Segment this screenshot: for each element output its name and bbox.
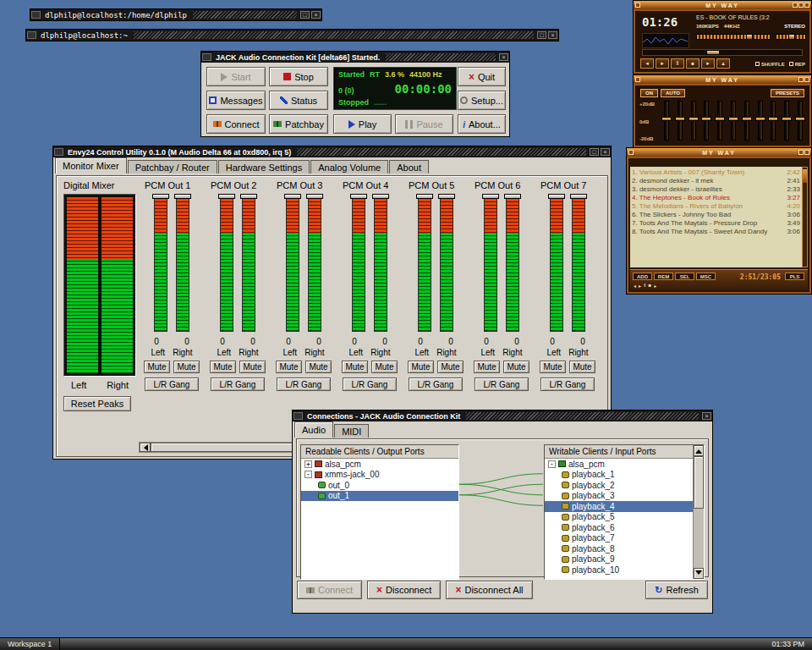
eq-band-slider[interactable] xyxy=(731,101,736,140)
level-fader-right[interactable] xyxy=(440,198,453,332)
playlist-scrollbar[interactable] xyxy=(802,167,808,267)
lr-gang-button[interactable]: L/R Gang xyxy=(409,377,463,391)
eq-band-slider[interactable] xyxy=(784,101,789,140)
fader-handle[interactable] xyxy=(438,194,455,199)
shade-button[interactable] xyxy=(798,3,804,8)
scroll-left-button[interactable] xyxy=(140,443,151,452)
mini-previous-button[interactable] xyxy=(634,283,636,289)
seek-handle[interactable] xyxy=(706,50,720,55)
stop-button[interactable] xyxy=(686,58,700,69)
lr-gang-button[interactable]: L/R Gang xyxy=(343,377,397,391)
minimize-button[interactable] xyxy=(793,3,798,8)
playlist-track[interactable]: 4. The Heptones - Book of Rules3:27 xyxy=(632,193,800,201)
connect-button[interactable]: Connect xyxy=(297,581,362,599)
eq-menu-button[interactable] xyxy=(635,77,640,82)
playlist-track[interactable]: 3. desmond dekker - israelites2:33 xyxy=(632,185,800,193)
eq-band-slider[interactable] xyxy=(664,101,669,140)
fader-handle[interactable] xyxy=(548,194,565,199)
lr-gang-button[interactable]: L/R Gang xyxy=(540,377,595,391)
eject-button[interactable] xyxy=(716,58,730,69)
close-button[interactable] xyxy=(499,53,508,61)
eq-on-button[interactable]: ON xyxy=(640,89,658,97)
mini-stop-button[interactable] xyxy=(649,283,652,289)
playlist-track[interactable]: 5. The Melodians - Rivers of Babylon4:20 xyxy=(632,201,800,210)
eq-band-handle[interactable] xyxy=(795,117,805,121)
tree-item-out_1[interactable]: out_1 xyxy=(301,491,458,502)
patchbay-button[interactable]: Patchbay xyxy=(269,114,328,134)
eq-band-slider[interactable] xyxy=(704,101,709,140)
window-menu-icon[interactable] xyxy=(27,31,36,39)
level-fader-left[interactable] xyxy=(418,198,431,332)
refresh-button[interactable]: Refresh xyxy=(645,581,708,599)
fader-handle[interactable] xyxy=(504,194,521,199)
terminal-1-titlebar[interactable]: dlphilp@localhost:/home/dlphilp xyxy=(30,9,321,20)
fader-handle[interactable] xyxy=(416,194,433,199)
mute-left-button[interactable]: Mute xyxy=(144,361,170,373)
mute-right-button[interactable]: Mute xyxy=(569,361,595,373)
start-button[interactable]: Start xyxy=(206,67,266,86)
window-menu-icon[interactable] xyxy=(202,53,211,61)
workspace-label[interactable]: Workspace 1 xyxy=(0,638,60,650)
playlist-scroll-thumb[interactable] xyxy=(803,169,807,183)
balance-slider[interactable] xyxy=(776,34,806,40)
eq-band-handle[interactable] xyxy=(715,117,725,121)
mini-next-button[interactable] xyxy=(654,283,656,289)
tab-patchbay-router[interactable]: Patchbay / Router xyxy=(128,160,217,174)
playlist-track[interactable]: 7. Toots And The Maytals - Pressure Drop… xyxy=(632,218,800,227)
expand-icon[interactable]: + xyxy=(304,460,312,468)
playlist-add-button[interactable]: ADD xyxy=(633,273,652,280)
level-fader-right[interactable] xyxy=(308,198,321,332)
fader-handle[interactable] xyxy=(174,194,191,199)
tree-item-playback_5[interactable]: playback_5 xyxy=(545,512,693,523)
playlist-track[interactable]: 6. The Slickers - Johnny Too Bad3:06 xyxy=(632,210,800,218)
tree-item-alsa_pcm[interactable]: -alsa_pcm xyxy=(545,459,693,470)
lr-gang-button[interactable]: L/R Gang xyxy=(145,377,199,391)
play-button[interactable]: Play xyxy=(333,114,392,134)
tree-item-xmms-jack_00[interactable]: -xmms-jack_00 xyxy=(301,470,458,481)
tab-about[interactable]: About xyxy=(389,160,429,174)
scroll-up-button[interactable] xyxy=(694,445,704,456)
next-button[interactable] xyxy=(701,58,715,69)
level-fader-left[interactable] xyxy=(484,198,497,332)
previous-button[interactable] xyxy=(640,58,654,69)
playlist-titlebar[interactable]: MY WAY xyxy=(627,148,811,157)
mute-right-button[interactable]: Mute xyxy=(437,361,464,373)
mute-left-button[interactable]: Mute xyxy=(342,361,368,373)
tree-item-out_0[interactable]: out_0 xyxy=(301,480,458,491)
mini-play-button[interactable] xyxy=(639,283,641,289)
visualization[interactable] xyxy=(642,33,689,48)
close-button[interactable] xyxy=(311,11,321,19)
close-button[interactable] xyxy=(804,77,809,82)
tree-item-playback_9[interactable]: playback_9 xyxy=(545,554,693,565)
tree-item-playback_6[interactable]: playback_6 xyxy=(545,522,693,533)
scrollbar-thumb[interactable] xyxy=(694,456,704,509)
eq-band-slider[interactable] xyxy=(758,101,763,140)
collapse-icon[interactable]: - xyxy=(548,460,556,468)
tab-hardware-settings[interactable]: Hardware Settings xyxy=(218,160,310,174)
equalizer-titlebar[interactable]: MY WAY xyxy=(634,75,811,84)
window-menu-icon[interactable] xyxy=(54,148,63,156)
messages-button[interactable]: Messages xyxy=(206,91,266,110)
tree-item-playback_2[interactable]: playback_2 xyxy=(545,480,693,491)
mute-left-button[interactable]: Mute xyxy=(540,361,566,373)
balance-handle[interactable] xyxy=(788,34,795,40)
shade-button[interactable] xyxy=(798,77,804,82)
scroll-down-button[interactable] xyxy=(694,568,704,579)
fader-handle[interactable] xyxy=(482,194,499,199)
mute-right-button[interactable]: Mute xyxy=(173,361,200,373)
eq-band-slider[interactable] xyxy=(798,101,803,140)
shade-button[interactable] xyxy=(300,11,310,19)
window-menu-icon[interactable] xyxy=(31,11,41,19)
playlist-pls-button[interactable]: PLS xyxy=(785,273,804,280)
track-title[interactable]: ES - BOOK OF RULES (3:2 xyxy=(696,14,805,20)
eq-band-handle[interactable] xyxy=(755,117,765,121)
mute-right-button[interactable]: Mute xyxy=(503,361,529,373)
fader-handle[interactable] xyxy=(372,194,389,199)
eq-auto-button[interactable]: AUTO xyxy=(661,89,685,97)
fader-handle[interactable] xyxy=(284,194,301,199)
seek-bar[interactable] xyxy=(642,49,803,56)
playback-time[interactable]: 01:26 xyxy=(642,15,678,29)
level-fader-right[interactable] xyxy=(572,198,585,332)
xmms-titlebar[interactable]: MY WAY xyxy=(634,1,811,9)
connect-button[interactable]: Connect xyxy=(206,114,266,134)
